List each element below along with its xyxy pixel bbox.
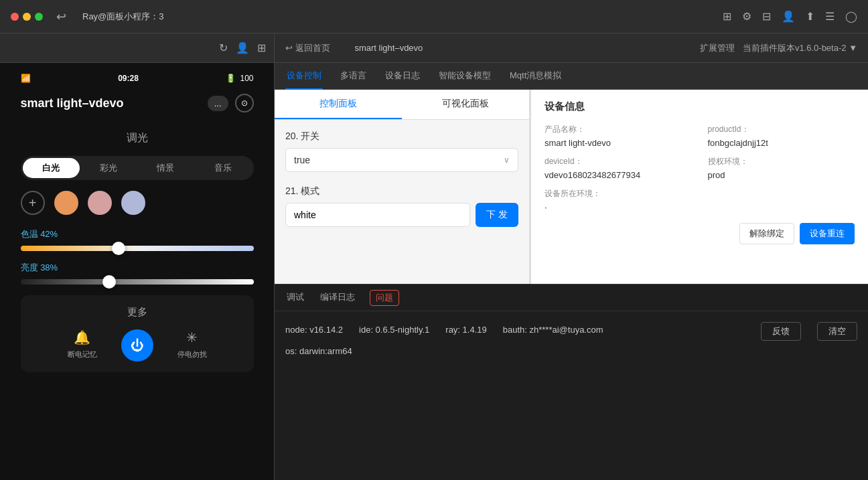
color-circles: + [21,191,254,215]
device-info-device-id: deviceId： vdevo168023482677934 [545,156,692,180]
back-home-link[interactable]: ↩ 返回首页 [285,42,330,54]
nav-device-control[interactable]: 设备控制 [285,63,323,90]
light-tabs: 白光 彩光 情景 音乐 [21,156,254,180]
item-21-input[interactable] [285,203,470,227]
person-icon[interactable]: 👤 [782,10,795,23]
product-name-value: smart light-vdevo [545,138,692,148]
phone-panel: ↻ 👤 ⊞ 📶 09:28 🔋 100 smart light–vdevo [0,33,275,480]
phone-screen: 📶 09:28 🔋 100 smart light–vdevo ... ⊙ [10,70,265,473]
tab-scene[interactable]: 情景 [137,158,195,178]
traffic-lights [11,13,43,21]
title-bar-actions: ⊞ ⚙ ⊟ 👤 ⬆ ☰ ◯ [723,10,857,23]
tab-debug[interactable]: 调试 [285,285,305,311]
unbind-button[interactable]: 解除绑定 [739,223,794,244]
phone-body: 调光 白光 彩光 情景 音乐 + [10,119,265,473]
phone-toolbar: ↻ 👤 ⊞ [0,33,274,63]
app-header: smart light–vdevo ... ⊙ [10,87,265,119]
memory-label: 断电记忆 [68,349,97,359]
add-color-btn[interactable]: + [21,191,45,215]
refresh-icon[interactable]: ↻ [219,42,228,54]
reconnect-button[interactable]: 设备重连 [800,223,855,244]
qr-icon[interactable]: ⊞ [257,42,266,54]
temp-slider-thumb[interactable] [112,242,125,255]
tab-issues[interactable]: 问题 [370,290,399,306]
send-button[interactable]: 下 发 [476,203,518,227]
nav-multilang[interactable]: 多语言 [339,63,368,90]
bell-icon: 🔔 [74,329,90,345]
tab-control-panel[interactable]: 控制面板 [275,90,402,119]
person-toolbar-icon[interactable]: 👤 [236,42,249,54]
temp-slider-track[interactable] [21,246,254,251]
battery-level: 100 [240,74,253,83]
account-icon[interactable]: ◯ [845,10,857,23]
brightness-slider-track[interactable] [21,279,254,285]
more-items-row: 🔔 断电记忆 ⏻ ✳ 停电勿扰 [31,329,243,362]
tab-compile-log[interactable]: 编译日志 [319,285,356,311]
main-content: ↻ 👤 ⊞ 📶 09:28 🔋 100 smart light–vdevo [0,33,868,480]
temp-label: 色温 42% [21,228,254,240]
upload-icon[interactable]: ⬆ [806,10,814,23]
power-button[interactable]: ⏻ [121,329,153,362]
close-traffic-light[interactable] [11,13,19,21]
right-nav: 设备控制 多语言 设备日志 智能设备模型 Mqtt消息模拟 [275,63,868,90]
device-info-product-name: 产品名称： smart light-vdevo [545,124,692,148]
nav-smart-model[interactable]: 智能设备模型 [437,63,492,90]
battery-icon: 🔋 [226,74,236,83]
product-id-value: fonbgclajdnjj12t [708,138,855,148]
brightness-label: 亮度 38% [21,262,254,274]
back-button[interactable]: ↩ [56,9,66,24]
grid-icon[interactable]: ⊞ [723,10,731,23]
fullscreen-traffic-light[interactable] [35,13,43,21]
settings-icon[interactable]: ⚙ [742,10,751,23]
version-btn[interactable]: 当前插件版本v1.6.0-beta-2 ▼ [743,42,857,54]
star-icon: ✳ [186,329,198,345]
tab-color-light[interactable]: 彩光 [80,158,137,178]
clear-button[interactable]: 清空 [817,322,857,341]
item-21-label: 21. 模式 [285,185,518,197]
tab-visual-panel[interactable]: 可视化面板 [402,90,529,119]
dnd-label: 停电勿扰 [177,349,207,359]
ext-manage-btn[interactable]: 扩展管理 [700,42,735,54]
title-bar: ↩ Ray@面板小程序：3 ⊞ ⚙ ⊟ 👤 ⬆ ☰ ◯ [0,0,868,33]
color-circle-blue[interactable] [121,191,145,215]
more-item-memory[interactable]: 🔔 断电记忆 [68,329,97,362]
item-20-label: 20. 开关 [285,131,518,143]
control-item-21: 21. 模式 下 发 [285,185,518,227]
control-items: 20. 开关 true ∨ 21. 模式 下 发 [275,120,529,284]
product-id-key: productId： [708,124,855,135]
layout-icon[interactable]: ⊟ [762,10,771,23]
bottom-info-row: node: v16.14.2 ide: 0.6.5-nightly.1 ray:… [285,322,857,341]
item-21-input-row: 下 发 [285,203,518,227]
minimize-traffic-light[interactable] [23,13,31,21]
os-info: os: darwin:arm64 [285,343,857,359]
product-name-key: 产品名称： [545,124,692,135]
ide-version: ide: 0.6.5-nightly.1 [359,322,429,341]
color-circle-pink[interactable] [88,191,112,215]
nav-device-log[interactable]: 设备日志 [384,63,421,90]
device-info-actions: 解除绑定 设备重连 [545,223,855,244]
menu-icon[interactable]: ☰ [825,10,835,23]
color-circle-orange[interactable] [54,191,78,215]
app-title: smart light–vdevo [21,96,124,110]
back-arrow-icon: ↩ [285,43,293,53]
bottom-area: 调试 编译日志 问题 node: v16.14.2 ide: 0.6.5-nig… [275,284,868,480]
status-time: 09:28 [118,74,139,83]
feedback-button[interactable]: 反馈 [761,322,801,341]
tab-music[interactable]: 音乐 [194,158,252,178]
brightness-slider-section: 亮度 38% [21,262,254,285]
more-btn[interactable]: ... [208,96,228,111]
tab-white-light[interactable]: 白光 [23,158,80,178]
bottom-content: node: v16.14.2 ide: 0.6.5-nightly.1 ray:… [275,311,868,480]
record-btn[interactable]: ⊙ [235,94,254,112]
item-20-select[interactable]: true ∨ [285,148,518,172]
right-panel: ↩ 返回首页 smart light–vdevo 扩展管理 当前插件版本v1.6… [275,33,868,480]
item-20-value: true [294,155,504,165]
right-top-bar: ↩ 返回首页 smart light–vdevo 扩展管理 当前插件版本v1.6… [275,33,868,63]
nav-mqtt[interactable]: Mqtt消息模拟 [508,63,563,90]
brightness-slider-thumb[interactable] [102,275,116,289]
phone-status-bar: 📶 09:28 🔋 100 [10,70,265,87]
bauth-info: bauth: zh****ai@tuya.com [503,322,603,341]
more-item-dnd[interactable]: ✳ 停电勿扰 [177,329,207,362]
device-info-grid: 产品名称： smart light-vdevo productId： fonbg… [545,124,855,212]
control-tabs: 控制面板 可视化面板 [275,90,529,120]
